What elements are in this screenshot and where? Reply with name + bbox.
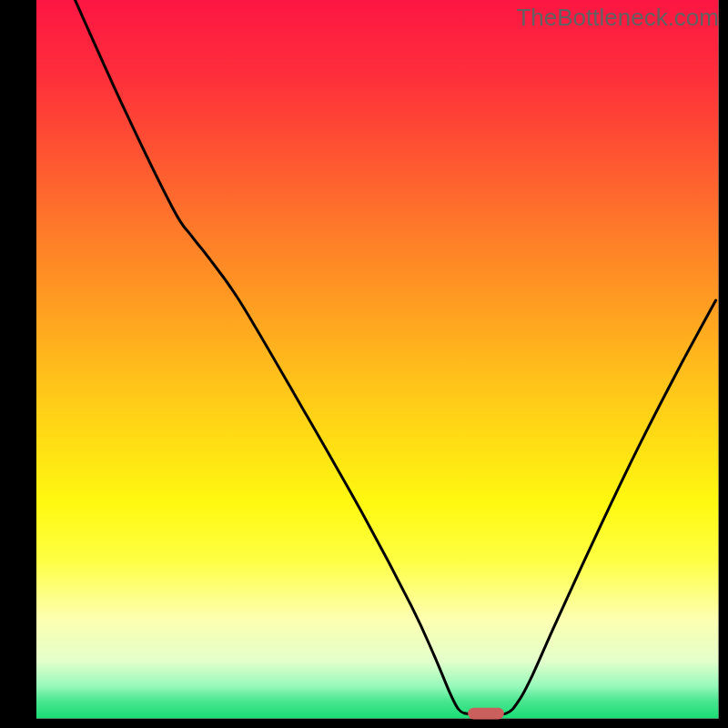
chart-canvas (0, 0, 728, 728)
watermark-text: TheBottleneck.com (516, 4, 719, 32)
gradient-background (36, 0, 719, 719)
axis-bottom-border (0, 719, 728, 728)
axis-right-border (719, 0, 728, 728)
axis-left-border (0, 0, 36, 728)
bottleneck-chart: TheBottleneck.com (0, 0, 728, 728)
marker-optimal_marker (468, 708, 504, 720)
